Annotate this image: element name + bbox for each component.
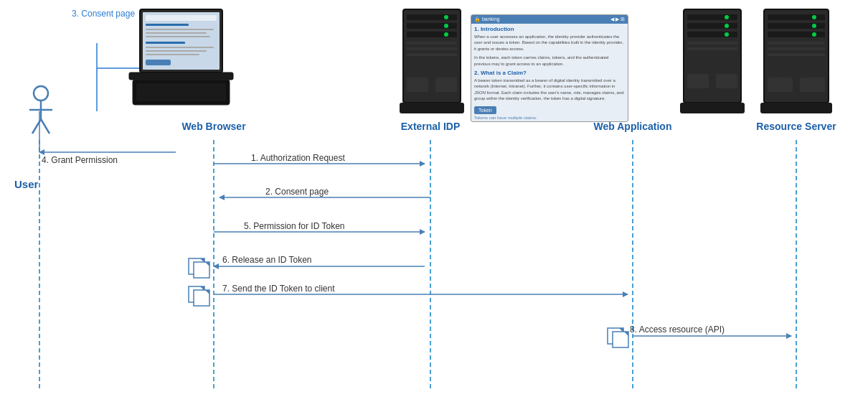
svg-rect-44 <box>146 29 214 30</box>
svg-rect-70 <box>687 23 737 29</box>
laptop-image <box>126 6 237 117</box>
svg-marker-22 <box>786 333 792 339</box>
external-idp-label: External IDP <box>401 121 460 132</box>
svg-marker-28 <box>200 286 204 291</box>
svg-rect-91 <box>800 78 825 92</box>
svg-rect-75 <box>687 42 737 45</box>
svg-point-72 <box>725 15 729 19</box>
svg-rect-57 <box>407 23 457 29</box>
svg-line-38 <box>32 119 41 134</box>
svg-marker-34 <box>624 332 628 336</box>
web-application-label: Web Application <box>594 121 672 132</box>
user-label: User <box>14 178 38 190</box>
svg-rect-50 <box>146 54 199 55</box>
svg-marker-16 <box>420 229 425 235</box>
svg-rect-42 <box>146 15 217 21</box>
svg-rect-66 <box>435 78 457 92</box>
svg-rect-31 <box>608 328 623 344</box>
svg-rect-52 <box>129 73 233 80</box>
grant-permission-label: 4. Grant Permission <box>42 155 118 165</box>
resource-server-label: Resource Server <box>756 121 836 132</box>
svg-rect-43 <box>146 24 189 26</box>
svg-point-61 <box>444 32 448 37</box>
svg-rect-67 <box>400 103 464 113</box>
svg-rect-63 <box>407 47 457 50</box>
svg-rect-62 <box>407 42 457 45</box>
web-browser-label: Web Browser <box>181 121 245 132</box>
svg-rect-77 <box>687 74 709 88</box>
svg-rect-54 <box>136 83 226 101</box>
svg-marker-20 <box>623 291 628 297</box>
svg-marker-26 <box>205 262 209 266</box>
svg-point-74 <box>725 32 729 37</box>
svg-rect-29 <box>194 290 209 306</box>
svg-rect-33 <box>613 332 628 347</box>
svg-point-59 <box>444 15 448 19</box>
diagram-container: User 3. Consent page 4. Grant Permission <box>0 0 868 397</box>
svg-point-35 <box>34 86 48 101</box>
svg-rect-48 <box>146 47 214 48</box>
arrow8-label: 8. Access resource (API) <box>630 324 725 335</box>
svg-rect-71 <box>687 32 737 37</box>
svg-marker-32 <box>619 328 623 332</box>
svg-marker-14 <box>219 195 225 200</box>
svg-point-60 <box>444 24 448 28</box>
svg-point-85 <box>812 24 816 28</box>
svg-rect-69 <box>687 14 737 20</box>
idp-server-image <box>392 6 471 117</box>
web-app-server-image <box>676 6 748 117</box>
svg-marker-30 <box>205 290 209 294</box>
svg-rect-87 <box>768 42 825 45</box>
svg-rect-76 <box>687 47 737 50</box>
svg-point-73 <box>725 24 729 28</box>
svg-rect-90 <box>768 78 793 92</box>
svg-rect-45 <box>146 32 207 34</box>
svg-rect-47 <box>146 42 185 44</box>
svg-rect-64 <box>407 53 457 56</box>
svg-rect-78 <box>716 74 737 88</box>
svg-point-84 <box>812 15 816 19</box>
arrow2-label: 2. Consent page <box>265 187 329 197</box>
resource-server-image <box>757 6 836 117</box>
svg-marker-12 <box>420 161 425 167</box>
svg-rect-65 <box>407 78 428 92</box>
svg-rect-79 <box>680 103 745 113</box>
svg-rect-51 <box>146 60 171 65</box>
svg-marker-24 <box>200 258 204 263</box>
user-actor <box>27 85 55 145</box>
svg-point-86 <box>812 32 816 37</box>
svg-rect-92 <box>760 103 832 113</box>
svg-rect-49 <box>146 50 207 52</box>
svg-rect-27 <box>189 286 204 302</box>
svg-rect-89 <box>768 53 825 56</box>
svg-marker-18 <box>213 263 219 269</box>
arrow1-label: 1. Authorization Request <box>251 153 345 163</box>
svg-rect-58 <box>407 32 457 37</box>
arrow7-label: 7. Send the ID Token to client <box>222 284 335 294</box>
arrow6-label: 6. Release an ID Token <box>222 255 312 265</box>
svg-rect-25 <box>194 262 209 278</box>
arrow5-label: 5. Permission for ID Token <box>244 221 345 231</box>
svg-line-39 <box>41 119 49 134</box>
svg-marker-10 <box>39 149 44 155</box>
svg-rect-88 <box>768 47 825 50</box>
svg-rect-56 <box>407 14 457 20</box>
svg-rect-23 <box>189 258 204 274</box>
svg-rect-46 <box>146 36 210 37</box>
idp-screen-content: 🔒 banking ◀ ▶ ⊞ 1. Introduction When a u… <box>471 14 628 122</box>
